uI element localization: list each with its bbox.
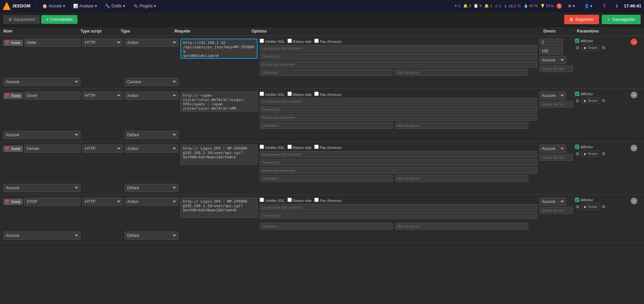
row3-tester-button[interactable]: ▶ Tester: [582, 151, 600, 157]
settings-btn[interactable]: ⚙ ▾: [565, 2, 578, 10]
row3-subtype-select[interactable]: Défaut: [125, 184, 178, 192]
row4-gear-icon[interactable]: ⚙: [575, 204, 580, 210]
commandes-tab[interactable]: ≡ Commandes: [41, 15, 77, 24]
nav-plugins[interactable]: 🔌 Plugins ▾: [130, 2, 159, 10]
row4-tester-button[interactable]: ▶ Tester: [582, 204, 600, 210]
row1-afficher-check[interactable]: [575, 39, 579, 43]
row3-gear-icon[interactable]: ⚙: [575, 151, 580, 157]
row3-copy-icon[interactable]: ⧉: [601, 150, 606, 157]
row4-request-textarea[interactable]: http:// Login-IPX : MP-IPX800 @192.168.1…: [180, 198, 258, 218]
row3-action-select[interactable]: Action: [125, 145, 178, 153]
nav-outils[interactable]: 🔧 Outils ▾: [102, 2, 128, 10]
row2-valeur-input[interactable]: [539, 101, 573, 108]
row4-divers-select[interactable]: Aucune: [539, 198, 566, 206]
row3-timeout-input[interactable]: [260, 159, 537, 166]
row2-tester-button[interactable]: ▶ Tester: [582, 98, 600, 104]
row3-retour-vide[interactable]: [287, 145, 292, 149]
row1-request-textarea[interactable]: http://192.168.1.10 /api/xdevices.json?k…: [180, 39, 258, 59]
row2-typescript-select[interactable]: HTTP: [83, 92, 123, 100]
row1-action-select[interactable]: Action: [125, 39, 178, 47]
row1-copy-icon[interactable]: ⧉: [601, 44, 606, 51]
row2-essais-input[interactable]: [260, 114, 537, 121]
row2-afficher-check[interactable]: [575, 92, 579, 96]
help-btn[interactable]: ❓: [598, 2, 610, 10]
row2-pas-erreurs[interactable]: [314, 92, 319, 96]
row1-utilisateur-input[interactable]: [260, 69, 393, 76]
row2-verify-ssl[interactable]: [260, 92, 264, 96]
row3-utilisateur-input[interactable]: [260, 175, 393, 182]
row1-essais-input[interactable]: [260, 61, 537, 68]
row2-action-select[interactable]: Action: [125, 92, 178, 100]
row4-utilisateur-input[interactable]: [260, 223, 393, 230]
row4-pas-erreurs[interactable]: [314, 198, 319, 202]
row4-retour-vide[interactable]: [287, 198, 292, 202]
row4-remove-button[interactable]: −: [631, 198, 637, 204]
row4-copy-icon[interactable]: ⧉: [601, 203, 606, 210]
row2-divers-select[interactable]: Aucune: [539, 92, 566, 100]
row2-utilisateur-input[interactable]: [260, 122, 393, 129]
row4-motdepasse-input[interactable]: [395, 223, 528, 230]
row3-divers-select[interactable]: Aucune: [539, 145, 566, 153]
nav-analyse[interactable]: 📊 Analyse ▾: [70, 2, 101, 10]
row4-aucune-select[interactable]: Aucune: [3, 232, 80, 240]
row2-gear-icon[interactable]: ⚙: [575, 98, 580, 104]
row3-essais-input[interactable]: [260, 167, 537, 174]
row3-request-textarea[interactable]: http:// Login-IPX : MP-IPX800 @192.168.1…: [180, 145, 258, 165]
row4-response-input[interactable]: [260, 204, 537, 211]
row4-timeout-input[interactable]: [260, 212, 537, 219]
row3-aucune-select[interactable]: Aucune: [3, 184, 80, 192]
row2-motdepasse-input[interactable]: [395, 122, 528, 129]
row4-icon-button[interactable]: 🚩 Icone: [3, 199, 23, 205]
row3-typescript-select[interactable]: HTTP: [83, 145, 123, 153]
row1-gear-icon[interactable]: ⚙: [575, 45, 580, 51]
user-btn[interactable]: 👤 ▾: [581, 2, 596, 10]
nav-accueil[interactable]: 🏠 Accueil ▾: [39, 2, 68, 10]
row1-pas-erreurs[interactable]: [314, 39, 319, 43]
row3-icon-button[interactable]: 🚩 Icone: [3, 146, 23, 152]
row1-motdepasse-input[interactable]: [395, 69, 528, 76]
row2-response-input[interactable]: [260, 98, 537, 105]
row1-icon-button[interactable]: 🚩 Icone: [3, 40, 23, 46]
row3-verify-ssl[interactable]: [260, 145, 264, 149]
row3-name-input[interactable]: [24, 145, 80, 153]
row4-typescript-select[interactable]: HTTP: [83, 198, 123, 206]
row4-valeur-input[interactable]: [539, 207, 573, 214]
row3-valeur-input[interactable]: [539, 154, 573, 161]
row1-valeur-input[interactable]: [539, 65, 573, 72]
row3-pas-erreurs[interactable]: [314, 145, 319, 149]
row2-timeout-input[interactable]: [260, 106, 537, 113]
row3-afficher-check[interactable]: [575, 145, 579, 149]
row1-tester-button[interactable]: ▶ Tester: [582, 45, 600, 51]
row2-remove-button[interactable]: −: [631, 92, 637, 98]
row1-aucune-select[interactable]: Aucune: [3, 78, 80, 86]
row1-divers-val1[interactable]: [539, 39, 563, 46]
row1-verify-ssl[interactable]: [260, 39, 264, 43]
row2-copy-icon[interactable]: ⧉: [601, 97, 606, 104]
row3-motdepasse-input[interactable]: [395, 175, 528, 182]
row2-subtype-select[interactable]: Défaut: [125, 131, 178, 139]
row2-request-textarea[interactable]: http:// <span style="color:#e74c3c">Logi…: [180, 92, 258, 112]
row4-verify-ssl[interactable]: [260, 198, 264, 202]
row1-subtype-select[interactable]: Curseur: [125, 78, 178, 86]
row1-response-input[interactable]: [260, 45, 537, 52]
row3-response-input[interactable]: [260, 151, 537, 158]
row1-divers-select[interactable]: Aucune: [539, 56, 566, 64]
equipement-tab[interactable]: 🖥 Equipement: [3, 15, 40, 24]
row2-retour-vide[interactable]: [287, 92, 292, 96]
row1-typescript-select[interactable]: HTTP: [83, 39, 123, 47]
row4-name-input[interactable]: [24, 198, 80, 206]
row1-name-input[interactable]: [24, 39, 80, 47]
row3-remove-button[interactable]: −: [631, 145, 637, 151]
row1-remove-button[interactable]: −: [631, 39, 637, 45]
sauvegarder-button[interactable]: ✓ Sauvegarder: [602, 15, 641, 24]
row4-subtype-select[interactable]: Défaut: [125, 232, 178, 240]
row2-icon-button[interactable]: 🚩 Icone: [3, 93, 23, 99]
row1-timeout-input[interactable]: [260, 53, 537, 60]
row1-retour-vide[interactable]: [287, 39, 292, 43]
row1-divers-val2[interactable]: [539, 47, 563, 55]
row4-afficher-check[interactable]: [575, 198, 579, 202]
row4-action-select[interactable]: Action: [125, 198, 178, 206]
supprimer-button[interactable]: 🗑 Supprimer: [564, 15, 599, 24]
row2-aucune-select[interactable]: Aucune: [3, 131, 80, 139]
info-btn[interactable]: ℹ: [613, 2, 621, 10]
